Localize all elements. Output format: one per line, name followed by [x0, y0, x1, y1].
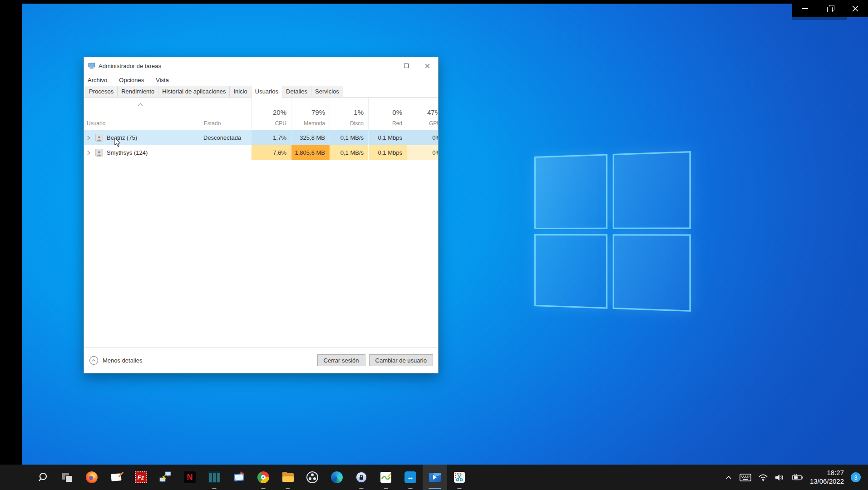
tab-historial[interactable]: Historial de aplicaciones — [158, 86, 230, 97]
windows-logo-pane — [612, 234, 691, 312]
clock[interactable]: 18:27 13/06/2022 — [810, 469, 844, 486]
user-estado: Desconectada — [199, 130, 251, 145]
firefox-icon — [86, 471, 98, 483]
running-indicator — [409, 488, 413, 489]
running-indicator — [360, 488, 364, 489]
file-explorer-icon — [282, 473, 294, 482]
taskbar-item-obs-studio[interactable] — [300, 465, 325, 490]
cambiar-usuario-button[interactable]: Cambiar de usuario — [369, 354, 433, 366]
taskbar-item-teamviewer[interactable]: ↔ — [398, 465, 423, 490]
user-row-beatriz[interactable]: Beatriz (75) Desconectada 1,7% 325,8 MB … — [84, 130, 438, 145]
task-view-icon — [61, 471, 74, 484]
remote-desktop-icon — [159, 471, 172, 484]
wifi-icon[interactable] — [758, 474, 768, 481]
filezilla-icon: Fz — [135, 471, 147, 483]
touch-keyboard-icon[interactable] — [740, 474, 751, 481]
cpu-total-percent: 20% — [273, 108, 286, 116]
volume-icon[interactable] — [775, 474, 784, 481]
gpu-total-percent: 47% — [427, 108, 438, 116]
tab-servicios[interactable]: Servicios — [311, 86, 343, 97]
minimize-button[interactable] — [374, 57, 395, 74]
taskbar-item-dark-teal-app[interactable] — [202, 465, 227, 490]
taskbar-item-chrome[interactable] — [251, 465, 276, 490]
taskbar-item-filezilla[interactable]: Fz — [128, 465, 153, 490]
user-name: Beatriz (75) — [107, 130, 137, 145]
menu-archivo[interactable]: Archivo — [88, 77, 107, 83]
taskbar-item-search[interactable] — [30, 465, 55, 490]
tab-rendimiento[interactable]: Rendimiento — [117, 86, 158, 97]
running-indicator — [261, 488, 266, 489]
restore-icon — [828, 6, 833, 11]
taskbar-item-keepass[interactable] — [349, 465, 374, 490]
taskbar-item-movies-tv[interactable] — [423, 465, 447, 490]
window-title: Administrador de tareas — [99, 63, 161, 69]
table-header: Usuario Estado 20% CPU 79% Memoria 1% Di… — [84, 98, 438, 130]
user-memoria: 325,8 MB — [291, 130, 330, 145]
windows-logo-pane — [612, 151, 691, 229]
column-header-disco[interactable]: 1% Disco — [330, 98, 368, 130]
windows-logo-pane — [534, 234, 607, 309]
taskbar-item-edge[interactable] — [325, 465, 349, 490]
user-gpu: 0% — [407, 130, 438, 145]
taskbar-item-task-view[interactable] — [55, 465, 79, 490]
title-bar[interactable]: Administrador de tareas — [84, 57, 438, 74]
running-indicator — [212, 488, 217, 489]
notification-badge[interactable]: 3 — [851, 472, 861, 482]
menu-vista[interactable]: Vista — [156, 77, 169, 83]
menu-opciones[interactable]: Opciones — [119, 77, 144, 83]
keepass-icon — [355, 471, 367, 483]
whiteboard-icon — [110, 471, 123, 484]
column-header-cpu[interactable]: 20% CPU — [251, 98, 291, 130]
taskbar-item-notepad-plus-plus[interactable] — [374, 465, 398, 490]
taskbar-item-quick-assist[interactable] — [227, 465, 251, 490]
outer-minimize-button[interactable] — [792, 0, 818, 17]
disco-total-percent: 1% — [354, 108, 364, 116]
hidden-icons-chevron-icon[interactable] — [725, 474, 733, 481]
running-indicator — [384, 488, 388, 489]
column-header-red[interactable]: 0% Red — [368, 98, 407, 130]
user-red: 0,1 Mbps — [368, 130, 407, 145]
tab-usuarios[interactable]: Usuarios — [251, 86, 282, 98]
user-avatar-icon — [95, 149, 103, 157]
user-disco: 0,1 MB/s — [330, 130, 368, 145]
column-header-estado[interactable]: Estado — [199, 98, 251, 130]
close-icon — [852, 5, 858, 12]
tab-inicio[interactable]: Inicio — [229, 86, 251, 97]
minimize-icon — [383, 66, 387, 66]
windows-start-icon — [12, 471, 25, 484]
maximize-button[interactable] — [395, 57, 417, 74]
column-header-gpu[interactable]: 47% GPU — [407, 98, 438, 130]
edge-icon — [331, 471, 343, 483]
tab-detalles[interactable]: Detalles — [282, 86, 311, 97]
taskbar-item-snipping-tool[interactable] — [447, 465, 472, 490]
battery-icon[interactable] — [791, 474, 803, 481]
cerrar-sesion-button[interactable]: Cerrar sesión — [317, 354, 365, 366]
users-table: Usuario Estado 20% CPU 79% Memoria 1% Di… — [84, 98, 438, 308]
tab-procesos[interactable]: Procesos — [85, 86, 118, 97]
red-total-percent: 0% — [392, 108, 402, 116]
outer-restore-button[interactable] — [818, 0, 843, 17]
column-header-memoria[interactable]: 79% Memoria — [291, 98, 330, 130]
expand-chevron-icon[interactable] — [87, 136, 90, 140]
taskbar-item-whiteboard[interactable] — [104, 465, 128, 490]
maximize-icon — [404, 64, 409, 68]
outer-close-button[interactable] — [843, 0, 868, 17]
taskbar-item-file-explorer[interactable] — [276, 465, 300, 490]
close-button[interactable] — [417, 57, 438, 74]
task-manager-window: Administrador de tareas Archivo Opciones… — [84, 57, 439, 373]
teamviewer-icon: ↔ — [404, 471, 416, 483]
clock-time: 18:27 — [810, 469, 844, 477]
expand-chevron-icon[interactable] — [87, 151, 90, 155]
minimize-icon — [802, 8, 808, 9]
user-disco: 0,1 MB/s — [330, 145, 368, 160]
quick-assist-icon — [232, 471, 245, 484]
taskbar-item-netflix[interactable]: N — [178, 465, 202, 490]
taskbar-item-firefox[interactable] — [79, 465, 104, 490]
taskbar-item-remote-desktop[interactable] — [153, 465, 178, 490]
user-row-smythsys[interactable]: Smythsys (124) 7,6% 1.805,6 MB 0,1 MB/s … — [84, 145, 438, 160]
column-header-usuario[interactable]: Usuario — [84, 98, 199, 130]
menos-detalles-button[interactable]: Menos detalles — [89, 356, 142, 365]
dark-teal-app-icon — [208, 471, 220, 483]
taskbar-item-start[interactable] — [6, 465, 30, 490]
running-indicator — [286, 488, 290, 489]
